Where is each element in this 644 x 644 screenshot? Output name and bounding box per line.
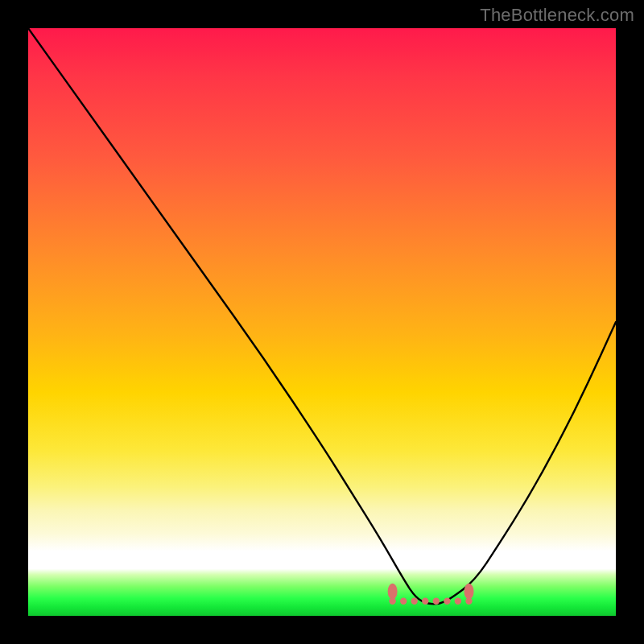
chart-background-gradient — [28, 28, 616, 616]
chart-stage: TheBottleneck.com — [0, 0, 644, 644]
watermark-text: TheBottleneck.com — [480, 5, 634, 26]
